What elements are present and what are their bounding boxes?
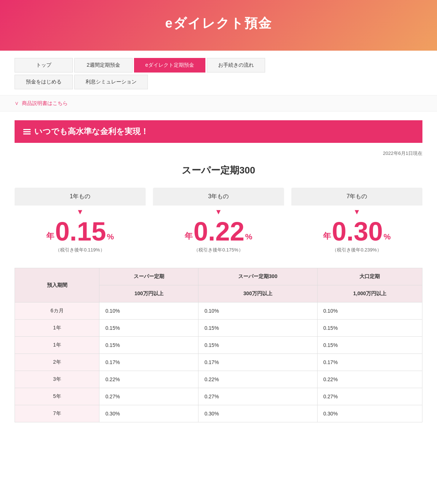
chevron-icon: ∨ bbox=[15, 100, 19, 106]
rate-after-tax-7year: （税引き後年0.239%） bbox=[291, 247, 422, 253]
rate-card-label-3year: 3年もの bbox=[153, 188, 284, 206]
table-cell-large: 0.15% bbox=[317, 337, 422, 354]
tab-start[interactable]: 預金をはじめる bbox=[15, 75, 73, 89]
table-row: 7年0.30%0.30%0.30% bbox=[15, 405, 422, 422]
nav-row-2: 預金をはじめる 利息シミュレーション bbox=[15, 75, 422, 89]
rate-cards: 1年もの ▼ 年 0.15 % （税引き後年0.119%） 3年もの ▼ 年 0… bbox=[15, 188, 422, 253]
rate-number-1year: 0.15 bbox=[55, 218, 106, 245]
rate-value-7year: 年 0.30 % bbox=[291, 218, 422, 245]
table-cell-large: 0.15% bbox=[317, 320, 422, 337]
arrow-3year: ▼ bbox=[153, 208, 284, 216]
rate-suffix-3year: % bbox=[245, 232, 252, 245]
table-cell-super: 0.15% bbox=[99, 337, 198, 354]
tab-top[interactable]: トップ bbox=[15, 58, 73, 73]
arrow-1year: ▼ bbox=[15, 208, 146, 216]
nav-row-1: トップ 2週間定期預金 eダイレクト定期預金 お手続きの流れ bbox=[15, 58, 422, 73]
rate-card-label-7year: 7年もの bbox=[291, 188, 422, 206]
rate-prefix-3year: 年 bbox=[185, 231, 193, 245]
product-title: スーパー定期300 bbox=[15, 164, 422, 177]
table-row: 1年0.15%0.15%0.15% bbox=[15, 320, 422, 337]
table-cell-super: 0.27% bbox=[99, 388, 198, 405]
rate-value-3year: 年 0.22 % bbox=[153, 218, 284, 245]
table-cell-period: 2年 bbox=[15, 354, 99, 371]
arrow-7year: ▼ bbox=[291, 208, 422, 216]
table-cell-super: 0.17% bbox=[99, 354, 198, 371]
table-header-super: スーパー定期 bbox=[99, 268, 198, 285]
tab-sim[interactable]: 利息シミュレーション bbox=[74, 75, 148, 89]
table-header-period: 預入期間 bbox=[15, 268, 99, 302]
table-subheader-large: 1,000万円以上 bbox=[317, 285, 422, 302]
table-cell-large: 0.30% bbox=[317, 405, 422, 422]
rate-number-7year: 0.30 bbox=[332, 218, 383, 245]
rate-card-3year: 3年もの ▼ 年 0.22 % （税引き後年0.175%） bbox=[153, 188, 284, 253]
table-row: 5年0.27%0.27%0.27% bbox=[15, 388, 422, 405]
table-row: 3年0.22%0.22%0.22% bbox=[15, 371, 422, 388]
tab-2week[interactable]: 2週間定期預金 bbox=[74, 58, 133, 73]
table-cell-period: 1年 bbox=[15, 337, 99, 354]
table-cell-large: 0.22% bbox=[317, 371, 422, 388]
table-cell-super300: 0.15% bbox=[198, 337, 317, 354]
table-cell-super300: 0.10% bbox=[198, 302, 317, 320]
rate-suffix-7year: % bbox=[383, 232, 391, 245]
table-cell-super300: 0.15% bbox=[198, 320, 317, 337]
table-cell-super300: 0.27% bbox=[198, 388, 317, 405]
table-subheader-super: 100万円以上 bbox=[99, 285, 198, 302]
table-cell-super: 0.15% bbox=[99, 320, 198, 337]
docs-link-section: ∨ 商品説明書はこちら bbox=[0, 95, 437, 112]
table-cell-period: 7年 bbox=[15, 405, 99, 422]
table-cell-period: 3年 bbox=[15, 371, 99, 388]
rate-card-7year: 7年もの ▼ 年 0.30 % （税引き後年0.239%） bbox=[291, 188, 422, 253]
table-cell-super300: 0.30% bbox=[198, 405, 317, 422]
docs-link[interactable]: ∨ 商品説明書はこちら bbox=[15, 100, 68, 106]
table-cell-period: 1年 bbox=[15, 320, 99, 337]
section-banner: いつでも高水準な金利を実現！ bbox=[15, 120, 422, 143]
rate-number-3year: 0.22 bbox=[193, 218, 244, 245]
table-cell-super: 0.30% bbox=[99, 405, 198, 422]
date-label: 2022年6月1日現在 bbox=[15, 150, 422, 157]
rate-card-1year: 1年もの ▼ 年 0.15 % （税引き後年0.119%） bbox=[15, 188, 146, 253]
table-cell-super: 0.10% bbox=[99, 302, 198, 320]
table-cell-large: 0.17% bbox=[317, 354, 422, 371]
rate-after-tax-1year: （税引き後年0.119%） bbox=[15, 247, 146, 253]
table-cell-super300: 0.17% bbox=[198, 354, 317, 371]
section-banner-text: いつでも高水準な金利を実現！ bbox=[34, 126, 149, 137]
table-row: 1年0.15%0.15%0.15% bbox=[15, 337, 422, 354]
rate-card-label-1year: 1年もの bbox=[15, 188, 146, 206]
hero-section: eダイレクト預金 bbox=[0, 0, 437, 51]
rate-table: 預入期間 スーパー定期 スーパー定期300 大口定期 100万円以上 300万円… bbox=[15, 268, 422, 422]
main-content: いつでも高水準な金利を実現！ 2022年6月1日現在 スーパー定期300 1年も… bbox=[0, 120, 437, 437]
table-row: 2年0.17%0.17%0.17% bbox=[15, 354, 422, 371]
rate-suffix-1year: % bbox=[107, 232, 114, 245]
navigation: トップ 2週間定期預金 eダイレクト定期預金 お手続きの流れ 預金をはじめる 利… bbox=[0, 51, 437, 95]
table-row: 6カ月0.10%0.10%0.10% bbox=[15, 302, 422, 320]
table-header-super300: スーパー定期300 bbox=[198, 268, 317, 285]
rate-value-1year: 年 0.15 % bbox=[15, 218, 146, 245]
table-cell-large: 0.27% bbox=[317, 388, 422, 405]
lines-icon bbox=[23, 129, 31, 134]
table-header-large: 大口定期 bbox=[317, 268, 422, 285]
rate-prefix-7year: 年 bbox=[323, 231, 331, 245]
table-cell-period: 6カ月 bbox=[15, 302, 99, 320]
rate-prefix-1year: 年 bbox=[46, 231, 54, 245]
table-cell-period: 5年 bbox=[15, 388, 99, 405]
tab-edirect[interactable]: eダイレクト定期預金 bbox=[134, 58, 205, 73]
table-subheader-super300: 300万円以上 bbox=[198, 285, 317, 302]
table-cell-large: 0.10% bbox=[317, 302, 422, 320]
tab-flow[interactable]: お手続きの流れ bbox=[207, 58, 265, 73]
hero-title: eダイレクト預金 bbox=[7, 15, 430, 32]
table-cell-super300: 0.22% bbox=[198, 371, 317, 388]
table-cell-super: 0.22% bbox=[99, 371, 198, 388]
rate-after-tax-3year: （税引き後年0.175%） bbox=[153, 247, 284, 253]
